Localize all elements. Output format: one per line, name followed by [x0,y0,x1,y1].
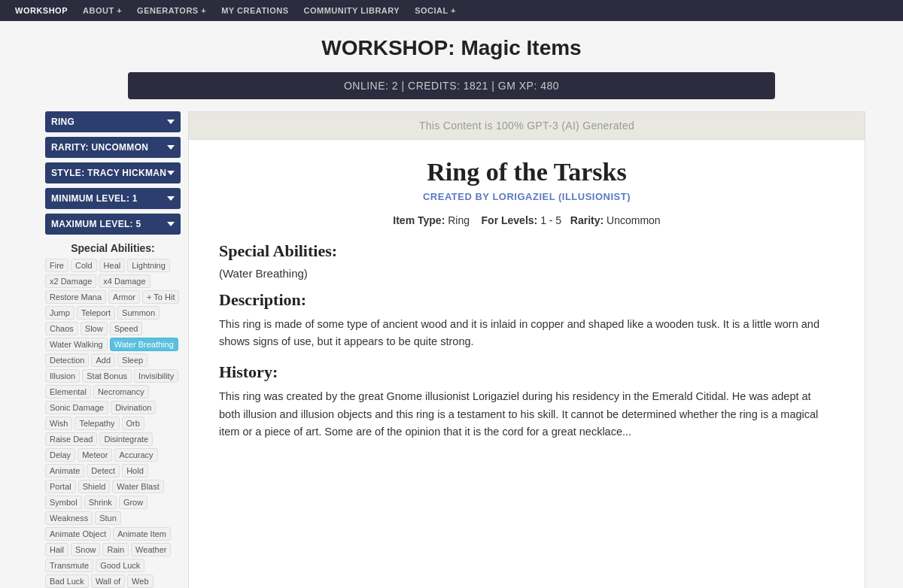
ability-tag[interactable]: Speed [110,322,143,335]
ability-tag[interactable]: Heal [99,259,126,272]
item-title: Ring of the Tarsks [219,158,835,186]
item-meta: Item Type: Ring For Levels: 1 - 5 Rarity… [219,214,835,226]
nav-generators[interactable]: GENERATORS + [129,0,214,21]
ability-tag[interactable]: Web [127,574,153,588]
nav-community-library[interactable]: COMMUNITY LIBRARY [296,0,408,21]
ability-tag[interactable]: Portal [45,480,76,493]
rarity-dropdown-row: RARITY: UNCOMMON [45,137,181,158]
ability-tag[interactable]: Rain [102,543,129,556]
ability-tag[interactable]: Animate Object [45,527,111,541]
ability-tag[interactable]: Invisibility [134,369,178,383]
item-type-label: Item Type: [393,214,445,226]
ability-tag[interactable]: Wish [45,417,72,430]
type-dropdown-row: RING [45,111,181,132]
nav-about[interactable]: ABOUT + [75,0,129,21]
ability-tag[interactable]: Symbol [45,496,82,509]
ability-tag[interactable]: Divination [111,401,156,414]
levels-label: For Levels: [482,214,538,226]
page-title: WORKSHOP: Magic Items [0,21,903,72]
ability-tag[interactable]: Chaos [45,322,78,335]
ability-tag[interactable]: Detect [87,464,120,477]
ability-tag[interactable]: Illusion [45,369,80,383]
ability-tag[interactable]: Good Luck [96,559,144,572]
ability-tag[interactable]: Delay [45,448,75,462]
ability-tag[interactable]: Animate Item [113,527,171,541]
ability-tag[interactable]: Meteor [78,448,112,462]
ability-tag[interactable]: Raise Dead [45,432,97,446]
ability-tag[interactable]: Disintegrate [99,432,153,446]
ability-tag[interactable]: Snow [71,543,101,556]
special-abilities-text: (Water Breathing) [219,267,835,280]
ability-tag[interactable]: Sonic Damage [45,401,108,414]
ability-tag[interactable]: Necromancy [93,385,149,399]
content-area: Ring of the Tarsks CREATED BY LORIGAZIEL… [189,140,865,471]
ability-tag[interactable]: Sleep [117,353,147,367]
status-bar: ONLINE: 2 | CREDITS: 1821 | GM XP: 480 [128,72,775,99]
ability-tag[interactable]: Hold [122,464,148,477]
ability-tag[interactable]: + To Hit [142,290,179,304]
ability-tag[interactable]: Grow [119,496,147,509]
ability-tag[interactable]: Shield [78,480,111,493]
creator-byline: CREATED BY LORIGAZIEL (ILLUSIONIST) [219,191,835,202]
right-panel: This Content is 100% GPT-3 (AI) Generate… [188,111,865,588]
rarity-value: Uncommon [607,214,661,226]
ability-tag[interactable]: Animate [45,464,84,477]
ability-tag[interactable]: Wall of [91,574,125,588]
rarity-dropdown[interactable]: RARITY: UNCOMMON [45,137,181,158]
left-panel: RING RARITY: UNCOMMON STYLE: TRACY HICKM… [38,111,188,588]
ability-tag[interactable]: Armor [108,290,140,304]
levels-value: 1 - 5 [540,214,561,226]
history-text: This ring was created by the great Gnome… [219,388,835,441]
ability-tag[interactable]: Transmute [45,559,93,572]
ability-tag[interactable]: Water Blast [112,480,163,493]
ability-tag[interactable]: Slow [81,322,108,335]
ability-tag[interactable]: Teleport [77,306,115,320]
ability-tag[interactable]: Weakness [45,511,93,525]
min-level-dropdown[interactable]: MINIMUM LEVEL: 1 [45,188,181,209]
special-abilities-heading: Special Abilities: [219,241,835,261]
ability-tag[interactable]: Detection [45,353,89,367]
ability-tag[interactable]: x4 Damage [99,274,150,288]
ability-tag[interactable]: Shrink [84,496,117,509]
ability-tag[interactable]: Add [91,353,115,367]
max-level-dropdown[interactable]: MAXIMUM LEVEL: 5 [45,214,181,235]
ability-tag[interactable]: Cold [71,259,97,272]
ability-tag[interactable]: Orb [122,417,144,430]
history-heading: History: [219,362,835,382]
navigation: WORKSHOP ABOUT + GENERATORS + MY CREATIO… [0,0,903,21]
type-dropdown[interactable]: RING [45,111,181,132]
ability-tag[interactable]: Bad Luck [45,574,89,588]
ability-tag[interactable]: Jump [45,306,74,320]
ability-tag[interactable]: Fire [45,259,68,272]
ability-tag[interactable]: Summon [117,306,160,320]
style-dropdown-row: STYLE: TRACY HICKMAN [45,162,181,183]
ability-tag[interactable]: Water Walking [45,338,108,351]
ability-tag[interactable]: Stat Bonus [82,369,132,383]
ability-tag[interactable]: Elemental [45,385,91,399]
ability-tag[interactable]: Restore Mana [45,290,106,304]
ability-tag[interactable]: x2 Damage [45,274,96,288]
ability-tag[interactable]: Weather [131,543,171,556]
rarity-label: Rarity: [570,214,604,226]
nav-workshop[interactable]: WORKSHOP [8,0,75,21]
special-abilities-label: Special Abilities: [45,242,181,254]
abilities-grid: FireColdHealLightningx2 Damagex4 DamageR… [45,259,181,588]
nav-social[interactable]: SOCIAL + [407,0,464,21]
description-heading: Description: [219,290,835,310]
ability-tag[interactable]: Hail [45,543,68,556]
ability-tag[interactable]: Telepathy [74,417,119,430]
item-type-value: Ring [448,214,470,226]
max-level-dropdown-row: MAXIMUM LEVEL: 5 [45,214,181,235]
description-text: This ring is made of some type of ancien… [219,316,835,350]
ability-tag[interactable]: Accuracy [114,448,157,462]
ability-tag[interactable]: Stun [95,511,121,525]
ai-notice: This Content is 100% GPT-3 (AI) Generate… [189,112,865,140]
ability-tag[interactable]: Water Breathing [110,338,178,351]
ability-tag[interactable]: Lightning [127,259,170,272]
nav-my-creations[interactable]: MY CREATIONS [214,0,296,21]
min-level-dropdown-row: MINIMUM LEVEL: 1 [45,188,181,209]
style-dropdown[interactable]: STYLE: TRACY HICKMAN [45,162,181,183]
